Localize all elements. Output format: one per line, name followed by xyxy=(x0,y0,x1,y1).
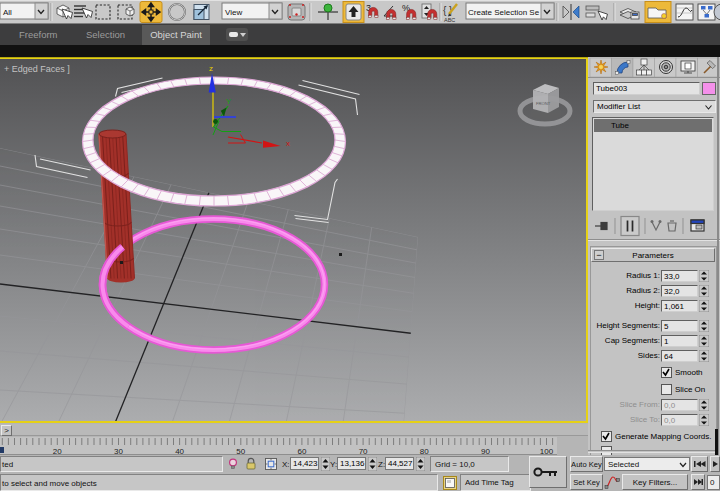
svg-text:60: 60 xyxy=(297,447,306,456)
svg-text:All: All xyxy=(3,8,12,17)
svg-text:ABC: ABC xyxy=(444,17,455,23)
svg-text:40: 40 xyxy=(175,447,184,456)
svg-text:70: 70 xyxy=(359,447,368,456)
svg-text:FRONT: FRONT xyxy=(536,101,551,106)
svg-text:30: 30 xyxy=(114,447,123,456)
svg-text:Create Selection Se: Create Selection Se xyxy=(468,8,540,17)
svg-text:x: x xyxy=(286,139,290,148)
svg-text:50: 50 xyxy=(236,447,245,456)
svg-text:90: 90 xyxy=(481,447,490,456)
svg-text:80: 80 xyxy=(420,447,429,456)
svg-text:View: View xyxy=(225,8,242,17)
svg-text:20: 20 xyxy=(53,447,62,456)
svg-text:Y: Y xyxy=(226,97,232,106)
svg-text:z: z xyxy=(209,64,213,73)
svg-text:100: 100 xyxy=(540,447,554,456)
svg-text:+ Edged Faces ]: + Edged Faces ] xyxy=(4,64,70,74)
